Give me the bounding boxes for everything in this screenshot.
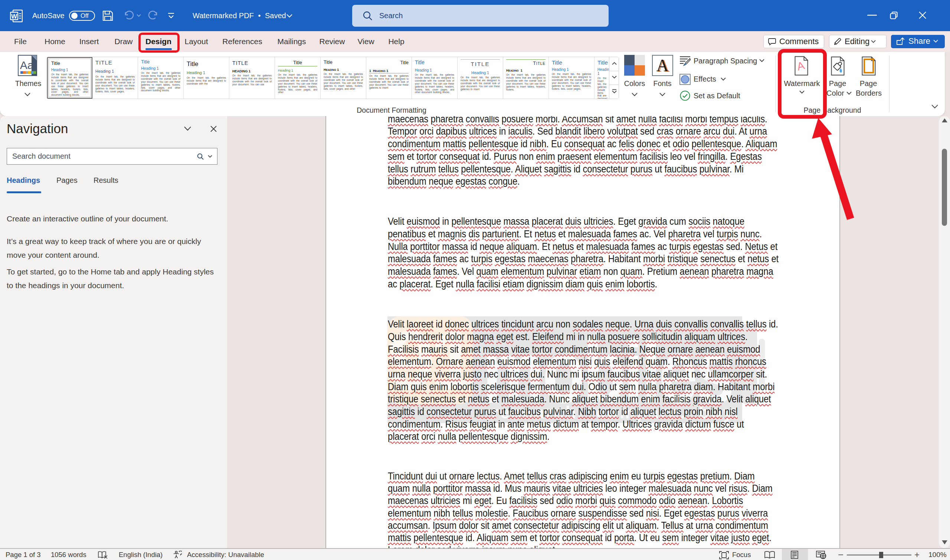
svg-text:A: A	[656, 56, 668, 75]
svg-text:Aa: Aa	[20, 59, 34, 71]
svg-text:W: W	[11, 13, 17, 20]
